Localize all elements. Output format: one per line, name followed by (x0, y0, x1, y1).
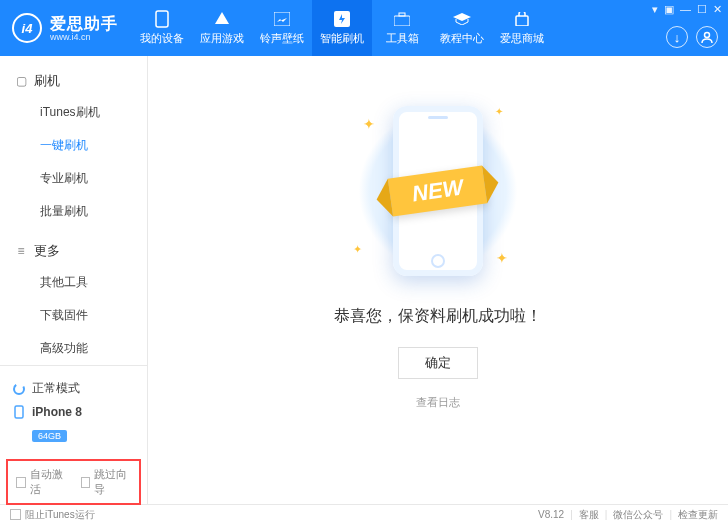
main-tabs: 我的设备 应用游戏 铃声壁纸 智能刷机 工具箱 教程中心 爱思商城 (132, 0, 552, 56)
device-icon (12, 405, 26, 419)
sidebar-section-more[interactable]: ≡更多 (0, 236, 147, 266)
block-itunes-checkbox[interactable]: 阻止iTunes运行 (10, 508, 95, 522)
sidebar-item-other-tools[interactable]: 其他工具 (0, 266, 147, 299)
sidebar-device-status: 正常模式 iPhone 8 64GB (0, 365, 147, 453)
sidebar-item-oneclick-flash[interactable]: 一键刷机 (0, 129, 147, 162)
download-icon[interactable]: ↓ (666, 26, 688, 48)
header: i4 爱思助手 www.i4.cn 我的设备 应用游戏 铃声壁纸 智能刷机 工具… (0, 0, 728, 56)
tab-tutorial[interactable]: 教程中心 (432, 0, 492, 56)
footer: 阻止iTunes运行 V8.12 | 客服 | 微信公众号 | 检查更新 (0, 504, 728, 524)
wechat-link[interactable]: 微信公众号 (613, 508, 663, 522)
mode-icon (12, 382, 26, 396)
view-log-link[interactable]: 查看日志 (416, 395, 460, 410)
svg-point-6 (705, 33, 710, 38)
sidebar-item-advanced[interactable]: 高级功能 (0, 332, 147, 365)
tab-toolbox[interactable]: 工具箱 (372, 0, 432, 56)
phone-icon (153, 10, 171, 28)
tutorial-icon (453, 10, 471, 28)
auto-activate-checkbox[interactable]: 自动激活 (16, 467, 67, 497)
svg-rect-3 (394, 16, 410, 26)
tab-apps-games[interactable]: 应用游戏 (192, 0, 252, 56)
skin-icon[interactable]: ▣ (664, 4, 674, 15)
logo-subtitle: www.i4.cn (50, 32, 118, 42)
menu-icon[interactable]: ▾ (652, 4, 658, 15)
tab-my-device[interactable]: 我的设备 (132, 0, 192, 56)
close-icon[interactable]: ✕ (713, 4, 722, 15)
sidebar: ▢刷机 iTunes刷机 一键刷机 专业刷机 批量刷机 ≡更多 其他工具 下载固… (0, 56, 148, 504)
svg-rect-4 (399, 13, 405, 16)
success-message: 恭喜您，保资料刷机成功啦！ (334, 306, 542, 327)
storage-badge: 64GB (32, 430, 67, 442)
sidebar-item-batch-flash[interactable]: 批量刷机 (0, 195, 147, 228)
skip-guide-checkbox[interactable]: 跳过向导 (81, 467, 132, 497)
svg-rect-5 (516, 16, 528, 26)
main-content: ✦ ✦ ✦ ✦ NEW 恭喜您，保资料刷机成功啦！ 确定 查看日志 (148, 56, 728, 504)
body: ▢刷机 iTunes刷机 一键刷机 专业刷机 批量刷机 ≡更多 其他工具 下载固… (0, 56, 728, 504)
toolbox-icon (393, 10, 411, 28)
svg-point-7 (14, 384, 24, 394)
apps-icon (213, 10, 231, 28)
window-controls: ▾ ▣ — ☐ ✕ (652, 0, 728, 15)
flash-icon (333, 10, 351, 28)
tab-store[interactable]: 爱思商城 (492, 0, 552, 56)
check-update-link[interactable]: 检查更新 (678, 508, 718, 522)
mode-row[interactable]: 正常模式 (12, 376, 135, 401)
logo-icon: i4 (12, 13, 42, 43)
phone-small-icon: ▢ (14, 74, 28, 88)
sidebar-item-pro-flash[interactable]: 专业刷机 (0, 162, 147, 195)
wallpaper-icon (273, 10, 291, 28)
header-right: ↓ (666, 26, 718, 48)
user-icon[interactable] (696, 26, 718, 48)
options-highlight-box: 自动激活 跳过向导 (6, 459, 141, 505)
sidebar-section-flash[interactable]: ▢刷机 (0, 66, 147, 96)
sidebar-item-download-fw[interactable]: 下载固件 (0, 299, 147, 332)
version-label: V8.12 (538, 509, 564, 520)
ok-button[interactable]: 确定 (398, 347, 478, 379)
minimize-icon[interactable]: — (680, 4, 691, 15)
tab-ringtone-wallpaper[interactable]: 铃声壁纸 (252, 0, 312, 56)
sidebar-item-itunes-flash[interactable]: iTunes刷机 (0, 96, 147, 129)
svg-rect-8 (15, 406, 23, 418)
svg-rect-1 (274, 12, 290, 26)
svg-rect-0 (156, 11, 168, 27)
device-row[interactable]: iPhone 8 (12, 401, 135, 423)
logo[interactable]: i4 爱思助手 www.i4.cn (0, 13, 132, 43)
tab-smart-flash[interactable]: 智能刷机 (312, 0, 372, 56)
more-icon: ≡ (14, 244, 28, 258)
success-illustration: ✦ ✦ ✦ ✦ NEW (343, 96, 533, 286)
store-icon (513, 10, 531, 28)
maximize-icon[interactable]: ☐ (697, 4, 707, 15)
customer-service-link[interactable]: 客服 (579, 508, 599, 522)
